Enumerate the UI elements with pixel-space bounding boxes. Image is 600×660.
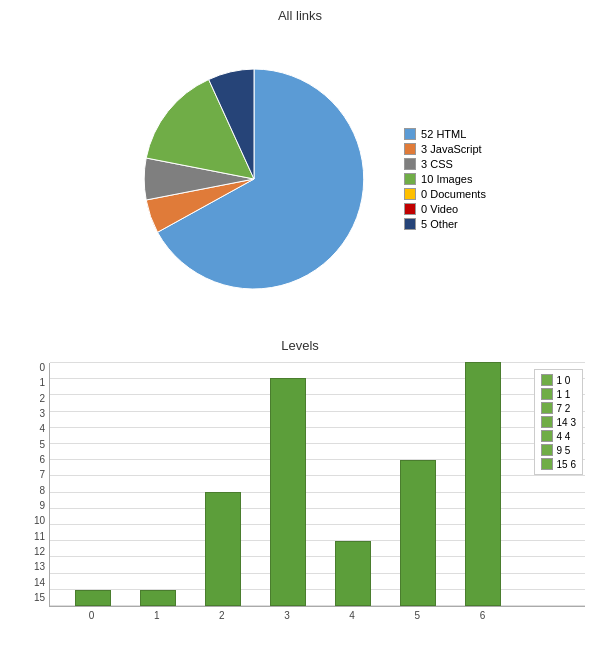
bar-legend-label-5: 9 5 xyxy=(557,445,571,456)
pie-legend: 52 HTML 3 JavaScript 3 CSS 10 Images 0 D… xyxy=(404,128,486,230)
bar-legend-item-5: 9 5 xyxy=(541,444,576,456)
bar-legend-color-5 xyxy=(541,444,553,456)
legend-color-css xyxy=(404,158,416,170)
bar-legend-item-1: 1 1 xyxy=(541,388,576,400)
legend-label-video: 0 Video xyxy=(421,203,458,215)
pie-area: 52 HTML 3 JavaScript 3 CSS 10 Images 0 D… xyxy=(0,27,600,330)
y-label-2: 2 xyxy=(25,394,45,404)
legend-label-docs: 0 Documents xyxy=(421,188,486,200)
legend-item-css: 3 CSS xyxy=(404,158,486,170)
bar-legend-label-0: 1 0 xyxy=(557,375,571,386)
y-label-3: 3 xyxy=(25,409,45,419)
legend-color-docs xyxy=(404,188,416,200)
legend-color-video xyxy=(404,203,416,215)
bar-chart-title: Levels xyxy=(281,338,319,353)
bar-legend-color-6 xyxy=(541,458,553,470)
legend-item-other: 5 Other xyxy=(404,218,486,230)
legend-item-docs: 0 Documents xyxy=(404,188,486,200)
y-label-14: 14 xyxy=(25,578,45,588)
bar-grid xyxy=(49,363,585,607)
bar-group-2 xyxy=(205,492,241,606)
bar-legend-item-3: 14 3 xyxy=(541,416,576,428)
x-label-4: 4 xyxy=(334,610,370,621)
pie-section: All links xyxy=(0,0,600,330)
y-label-4: 4 xyxy=(25,424,45,434)
y-label-6: 6 xyxy=(25,455,45,465)
bar-legend-label-2: 7 2 xyxy=(557,403,571,414)
legend-item-js: 3 JavaScript xyxy=(404,143,486,155)
bar-legend-label-4: 4 4 xyxy=(557,431,571,442)
bars-row xyxy=(50,363,525,606)
legend-item-images: 10 Images xyxy=(404,173,486,185)
y-label-5: 5 xyxy=(25,440,45,450)
legend-label-css: 3 CSS xyxy=(421,158,453,170)
legend-color-images xyxy=(404,173,416,185)
legend-label-js: 3 JavaScript xyxy=(421,143,482,155)
pie-chart-title: All links xyxy=(278,8,322,23)
bar-group-0 xyxy=(75,590,111,606)
bar-group-4 xyxy=(335,541,371,606)
legend-item-video: 0 Video xyxy=(404,203,486,215)
pie-svg xyxy=(124,49,384,309)
bar-legend-color-3 xyxy=(541,416,553,428)
bar-section: Levels 1514131211109876543210 0123456 1 … xyxy=(0,330,600,660)
bar-group-3 xyxy=(270,378,306,606)
y-label-7: 7 xyxy=(25,470,45,480)
x-label-2: 2 xyxy=(204,610,240,621)
bar-legend-label-6: 15 6 xyxy=(557,459,576,470)
bar-1 xyxy=(140,590,176,606)
bar-chart-main: 0123456 1 0 1 1 7 2 xyxy=(49,359,585,660)
bar-y-axis: 1514131211109876543210 xyxy=(25,363,45,603)
legend-item-html: 52 HTML xyxy=(404,128,486,140)
bar-legend-color-2 xyxy=(541,402,553,414)
bar-legend-label-3: 14 3 xyxy=(557,417,576,428)
y-label-9: 9 xyxy=(25,501,45,511)
legend-color-html xyxy=(404,128,416,140)
legend-color-js xyxy=(404,143,416,155)
bar-legend-item-6: 15 6 xyxy=(541,458,576,470)
bar-3 xyxy=(270,378,306,606)
x-label-6: 6 xyxy=(464,610,500,621)
bar-legend-label-1: 1 1 xyxy=(557,389,571,400)
x-label-1: 1 xyxy=(139,610,175,621)
y-label-0: 0 xyxy=(25,363,45,373)
bar-legend-color-4 xyxy=(541,430,553,442)
bar-legend-item-4: 4 4 xyxy=(541,430,576,442)
bar-group-6 xyxy=(465,362,501,606)
bar-area: 1514131211109876543210 0123456 1 0 xyxy=(15,359,585,660)
bar-legend-color-0 xyxy=(541,374,553,386)
legend-label-html: 52 HTML xyxy=(421,128,466,140)
bar-5 xyxy=(400,460,436,606)
y-label-15: 15 xyxy=(25,593,45,603)
bar-legend-item-2: 7 2 xyxy=(541,402,576,414)
bar-legend-item-0: 1 0 xyxy=(541,374,576,386)
y-label-10: 10 xyxy=(25,516,45,526)
y-label-13: 13 xyxy=(25,562,45,572)
bar-x-labels: 0123456 xyxy=(49,607,585,621)
x-label-5: 5 xyxy=(399,610,435,621)
bar-6 xyxy=(465,362,501,606)
y-label-12: 12 xyxy=(25,547,45,557)
y-label-1: 1 xyxy=(25,378,45,388)
bar-legend: 1 0 1 1 7 2 14 3 xyxy=(534,369,583,475)
legend-label-other: 5 Other xyxy=(421,218,458,230)
bar-legend-color-1 xyxy=(541,388,553,400)
legend-color-other xyxy=(404,218,416,230)
pie-wrapper xyxy=(124,49,384,309)
bar-group-1 xyxy=(140,590,176,606)
bar-4 xyxy=(335,541,371,606)
bar-0 xyxy=(75,590,111,606)
y-label-8: 8 xyxy=(25,486,45,496)
bar-group-5 xyxy=(400,460,436,606)
x-label-0: 0 xyxy=(74,610,110,621)
chart-container: All links xyxy=(0,0,600,660)
y-label-11: 11 xyxy=(25,532,45,542)
bar-2 xyxy=(205,492,241,606)
legend-label-images: 10 Images xyxy=(421,173,472,185)
x-label-3: 3 xyxy=(269,610,305,621)
